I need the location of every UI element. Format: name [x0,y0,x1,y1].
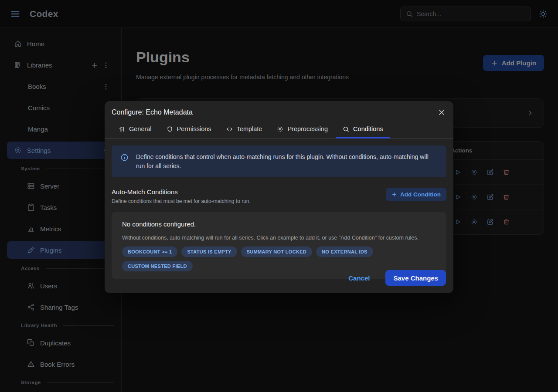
plus-icon [391,192,397,197]
tab-general[interactable]: General [112,125,159,138]
condition-chip[interactable]: BOOKCOUNT >= 1 [122,247,177,257]
sliders-icon [119,126,125,132]
modal-tabs: General Permissions Template Preprocessi… [105,125,453,139]
info-icon [120,153,129,162]
info-text: Define conditions that control when auto… [136,152,438,170]
close-icon[interactable] [438,108,446,116]
save-changes-button[interactable]: Save Changes [385,270,446,286]
modal-title: Configure: Echo Metadata [112,108,193,116]
add-condition-button[interactable]: Add Condition [386,188,446,201]
cancel-button[interactable]: Cancel [339,271,379,285]
empty-state-title: No conditions configured. [122,220,436,228]
tab-permissions[interactable]: Permissions [160,125,218,138]
tab-preprocessing[interactable]: Preprocessing [270,125,335,138]
condition-chip[interactable]: SUMMARY NOT LOCKED [241,247,312,257]
condition-chip[interactable]: STATUS IS EMPTY [181,247,237,257]
app-screen: Codex Home Libraries Books [0,0,558,392]
conditions-section-title: Auto-Match Conditions [112,188,251,196]
conditions-section-subtitle: Define conditions that must be met for a… [112,198,251,204]
configure-plugin-modal: Configure: Echo Metadata General Permiss… [105,101,453,293]
empty-state-description: Without conditions, auto-matching will r… [122,235,436,241]
code-icon [226,126,233,132]
info-banner: Define conditions that control when auto… [112,145,446,177]
tab-conditions[interactable]: Conditions [336,125,390,138]
search-icon [343,126,349,132]
tab-template[interactable]: Template [219,125,269,138]
shield-icon [167,126,173,132]
gear-icon [277,126,283,132]
condition-chip[interactable]: NO EXTERNAL IDS [316,247,373,257]
